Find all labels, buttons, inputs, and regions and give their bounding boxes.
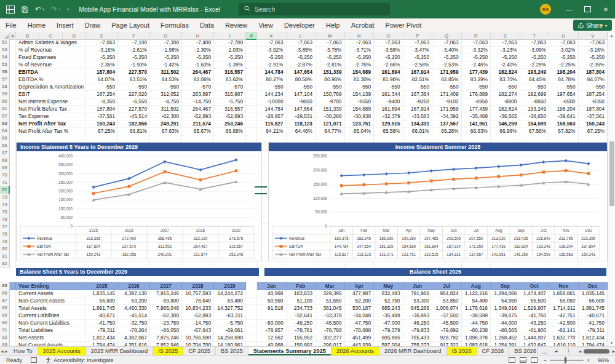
cell[interactable]: 296,017	[315, 341, 345, 346]
sheet-tab-2026-accounts[interactable]: 2026 Accounts	[331, 347, 379, 355]
vertical-scrollbar[interactable]: ▲ ▼	[608, 32, 615, 346]
zoom-slider[interactable]	[550, 360, 584, 361]
cell[interactable]	[10, 341, 16, 346]
row-header-93[interactable]: 93	[0, 341, 10, 346]
maximize-button[interactable]	[578, 0, 597, 18]
cell[interactable]: 14,180,961	[214, 341, 246, 346]
sheet-tab-cf-2026[interactable]: CF 2026	[477, 347, 510, 355]
selected-cell-outline[interactable]	[255, 186, 267, 194]
ribbon-tab-formulas[interactable]: Formulas	[155, 18, 194, 32]
cell[interactable]: 1,083,618	[462, 341, 491, 346]
ribbon-tab-file[interactable]: File	[0, 18, 22, 32]
cell[interactable]: 7,852,946	[150, 341, 182, 346]
ribbon-tab-view[interactable]: View	[253, 18, 279, 32]
cell[interactable]: 597,004	[374, 341, 403, 346]
tab-scroll-left-icon[interactable]: ◄	[0, 347, 4, 355]
scrollbar-thumb[interactable]	[609, 141, 614, 206]
sheet-tab-statements-summary-2025[interactable]: Statements Summary 2025	[248, 347, 331, 355]
avatar[interactable]: RS	[540, 4, 551, 15]
minimize-button[interactable]: —	[560, 0, 578, 18]
cell[interactable]: 1,254,391	[491, 341, 520, 346]
svg-text:228,840: 228,840	[536, 236, 550, 240]
ribbon-tab-review[interactable]: Review	[220, 18, 253, 32]
ribbon-tab-acrobat[interactable]: Acrobat	[346, 18, 380, 32]
table-row: 55% of Revenue-2.35%-1.93%-1.42%-1.63%-1…	[0, 61, 608, 68]
search-input[interactable]: Search	[239, 3, 390, 15]
sheet-tab-2026-mrr-dashboard[interactable]: 2026 MRR Dashboard	[379, 347, 447, 355]
zoom-level[interactable]: 96%	[595, 357, 609, 363]
cell[interactable]: 1,794,474	[579, 341, 608, 346]
page-layout-view-icon[interactable]	[520, 357, 526, 363]
svg-text:2027: 2027	[161, 228, 170, 232]
cell[interactable]: 917,322	[432, 341, 462, 346]
accessibility-status[interactable]: Accessibility: Investigate	[46, 357, 114, 363]
cell[interactable]: 1,616,110	[549, 341, 579, 346]
tab-splitter-handle[interactable]: ⋮	[561, 347, 575, 355]
scroll-up-icon[interactable]: ▲	[608, 32, 615, 39]
sheet-tab-2025-mrr-dashboard[interactable]: 2025 MRR Dashboard	[86, 347, 154, 355]
sheet-tab-bs-2026[interactable]: BS 2026	[509, 347, 538, 355]
zoom-slider-thumb[interactable]	[565, 357, 566, 363]
svg-text:Net Profit After Tax: Net Profit After Tax	[289, 252, 322, 256]
sheet-tab-bs-2025[interactable]: BS 2025	[216, 347, 248, 355]
balance-sheet-partial-row: 93Net Current Assets1,794,4744,351,6167,…	[0, 341, 608, 346]
ribbon-tab-power-pivot[interactable]: Power Pivot	[380, 18, 427, 32]
sheet-tab-cf-2025[interactable]: CF 2025	[183, 347, 216, 355]
sheet-tab-is-2025[interactable]: IS 2025	[153, 347, 183, 355]
sheet-tab-how-to[interactable]: How To	[9, 347, 38, 355]
sheet-tab-is-2026[interactable]: IS 2026	[447, 347, 477, 355]
cell[interactable]: 40,968	[257, 341, 287, 346]
hscroll-thumb[interactable]	[584, 349, 609, 354]
scroll-down-icon[interactable]: ▼	[608, 339, 615, 346]
ribbon-tab-developer[interactable]: Developer	[279, 18, 320, 32]
svg-text:Nov: Nov	[563, 228, 570, 232]
cell[interactable]	[10, 260, 16, 268]
cell[interactable]: 755,273	[403, 341, 433, 346]
hscroll-left-icon[interactable]: ◄	[577, 349, 582, 354]
svg-text:218,435: 218,435	[514, 236, 528, 240]
svg-text:Revenue: Revenue	[289, 236, 305, 240]
zoom-out-button[interactable]: −	[543, 357, 546, 363]
hscroll-right-icon[interactable]: ►	[611, 349, 615, 354]
macro-record-icon[interactable]	[31, 357, 37, 363]
ribbon-tab-help[interactable]: Help	[320, 18, 346, 32]
cell[interactable]: 1,794,474	[86, 341, 118, 346]
zoom-in-button[interactable]: +	[587, 357, 590, 363]
page-break-view-icon[interactable]	[531, 357, 538, 363]
cell[interactable]: 4,351,616	[118, 341, 150, 346]
undo-button[interactable]: ↶▾	[35, 6, 44, 13]
chart-title: Income Statement Summer 2025	[269, 143, 607, 151]
svg-text:182,056: 182,056	[122, 252, 137, 256]
ribbon-tab-draw[interactable]: Draw	[79, 18, 106, 32]
cell[interactable]: 150,992	[287, 341, 316, 346]
cell[interactable]: 443,939	[345, 341, 375, 346]
svg-text:Dec: Dec	[585, 228, 592, 232]
ribbon-tab-home[interactable]: Home	[22, 18, 51, 32]
cell[interactable]: 1,432,647	[520, 341, 550, 346]
cell[interactable]: 10,704,700	[182, 341, 214, 346]
income-statement-5yr-chart[interactable]: Income Statement 5 Years to December 202…	[16, 142, 262, 261]
row-label[interactable]: Net Current Assets	[16, 341, 86, 346]
new-sheet-button[interactable]: +	[551, 347, 562, 355]
cell[interactable]	[246, 341, 257, 346]
income-statement-2025-chart[interactable]: Income Statement Summer 2025 050,000100,…	[268, 142, 608, 261]
customize-qat-icon[interactable]: ▾	[67, 7, 69, 11]
more-sheets-button[interactable]: ...	[538, 347, 550, 355]
row-header-82[interactable]: 82	[0, 260, 10, 268]
save-icon[interactable]	[22, 6, 28, 13]
excel-app-icon[interactable]	[6, 6, 15, 14]
ribbon-tab-data[interactable]: Data	[194, 18, 220, 32]
sheet-tab-2025-accounts[interactable]: 2025 Accounts	[38, 347, 86, 355]
tab-scroll-right-icon[interactable]: ►	[4, 347, 9, 355]
svg-text:Apr: Apr	[406, 228, 412, 233]
normal-view-icon[interactable]	[509, 357, 515, 363]
svg-text:150,243: 150,243	[87, 252, 101, 256]
close-button[interactable]: ✕	[597, 0, 615, 18]
ribbon-tab-page-layout[interactable]: Page Layout	[106, 18, 155, 32]
svg-text:200,000: 200,000	[313, 168, 327, 172]
horizontal-scrollbar[interactable]: ◄ ►	[577, 347, 615, 355]
ribbon-tab-insert[interactable]: Insert	[51, 18, 79, 32]
table-row: 53% of Revenue-3.16%-2.61%-1.98%-2.30%-2…	[0, 46, 608, 53]
share-button[interactable]: Share ▾	[573, 20, 612, 31]
redo-button[interactable]: ↷▾	[51, 6, 60, 13]
